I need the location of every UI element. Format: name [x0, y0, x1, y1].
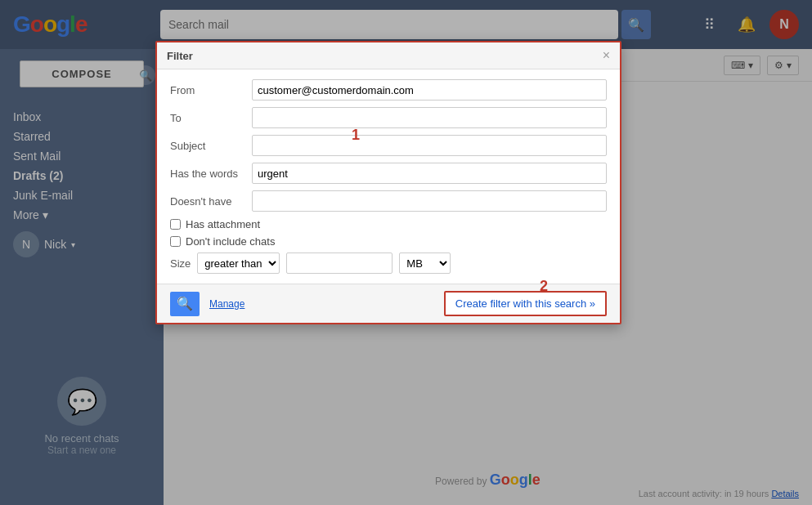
doesnt-have-row: Doesn't have	[170, 190, 607, 212]
step-2-number: 2	[540, 278, 548, 295]
has-words-label: Has the words	[170, 168, 252, 180]
size-unit-select[interactable]: MB KB Bytes	[399, 252, 451, 274]
from-row: From	[170, 79, 607, 101]
dont-include-chats-checkbox[interactable]	[170, 236, 181, 247]
doesnt-have-label: Doesn't have	[170, 195, 252, 208]
size-row: Size greater than less than MB KB Bytes	[170, 252, 607, 274]
filter-search-button[interactable]: 🔍	[170, 292, 200, 316]
size-value-input[interactable]	[286, 252, 393, 274]
has-attachment-label: Has attachment	[186, 218, 260, 230]
filter-dialog-header: Filter ×	[157, 42, 620, 69]
manage-link[interactable]: Manage	[209, 298, 244, 310]
filter-dialog-footer: 🔍 Manage Create filter with this search …	[157, 284, 620, 323]
has-attachment-row: Has attachment	[170, 218, 607, 230]
close-button[interactable]: ×	[603, 49, 610, 62]
filter-dialog: Filter × From To Subject Has the words D…	[155, 41, 621, 324]
to-label: To	[170, 112, 252, 124]
to-input[interactable]	[252, 107, 607, 128]
to-row: To	[170, 107, 607, 128]
has-words-row: Has the words	[170, 163, 607, 184]
search-icon: 🔍	[177, 296, 193, 311]
create-filter-button[interactable]: Create filter with this search »	[444, 291, 607, 316]
has-words-input[interactable]	[252, 163, 607, 184]
from-label: From	[170, 84, 252, 96]
filter-dialog-title: Filter	[167, 50, 193, 62]
has-attachment-checkbox[interactable]	[170, 219, 181, 230]
size-comparison-select[interactable]: greater than less than	[197, 252, 280, 274]
dont-include-chats-row: Don't include chats	[170, 235, 607, 248]
doesnt-have-input[interactable]	[252, 190, 607, 212]
subject-row: Subject	[170, 135, 607, 156]
subject-input[interactable]	[252, 135, 607, 156]
from-input[interactable]	[252, 79, 607, 101]
subject-label: Subject	[170, 140, 252, 152]
step-1-number: 1	[352, 127, 360, 144]
filter-dialog-body: From To Subject Has the words Doesn't ha…	[157, 69, 620, 284]
dont-include-chats-label: Don't include chats	[186, 235, 275, 248]
size-label: Size	[170, 257, 191, 270]
